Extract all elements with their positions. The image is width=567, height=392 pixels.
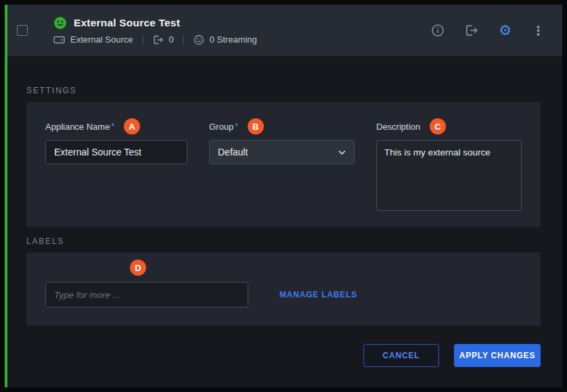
- appliance-name-label: Appliance Name*: [45, 122, 114, 132]
- appliance-settings-dialog: External Source Test External Source 0: [5, 5, 562, 387]
- select-checkbox[interactable]: [17, 25, 28, 36]
- labels-heading: LABELS: [26, 237, 541, 246]
- export-button[interactable]: [465, 24, 478, 37]
- info-button[interactable]: [431, 24, 445, 37]
- description-label: Description: [376, 122, 420, 132]
- annotation-badge-a: A: [124, 118, 140, 134]
- annotation-badge-c: C: [430, 118, 446, 134]
- apply-changes-button[interactable]: APPLY CHANGES: [454, 344, 541, 367]
- settings-heading: SETTINGS: [26, 86, 541, 95]
- manage-labels-link[interactable]: MANAGE LABELS: [279, 290, 357, 299]
- selection-indicator: [5, 5, 7, 387]
- appliance-meta: External Source 0 0 Streaming: [53, 34, 257, 45]
- divider: [143, 35, 143, 45]
- annotation-badge-d: D: [130, 260, 146, 276]
- footer-actions: CANCEL APPLY CHANGES: [26, 344, 541, 367]
- header: External Source Test External Source 0: [5, 5, 562, 56]
- divider: [183, 35, 184, 45]
- required-marker: *: [111, 122, 114, 131]
- chevron-down-icon: [338, 150, 346, 155]
- required-marker: *: [235, 122, 238, 131]
- title-block: External Source Test External Source 0: [53, 16, 257, 45]
- appliance-type-label: External Source: [70, 34, 133, 45]
- group-label: Group*: [209, 122, 238, 132]
- group-field: Group* B Default: [209, 118, 355, 211]
- appliance-name-input[interactable]: [45, 140, 187, 164]
- kebab-icon: ⋮: [532, 24, 545, 37]
- outputs-icon: [153, 34, 164, 45]
- output-count: 0: [169, 34, 174, 45]
- export-icon: [465, 24, 478, 37]
- labels-input[interactable]: [45, 282, 248, 308]
- group-select[interactable]: Default: [209, 140, 355, 164]
- source-status-icon: [53, 16, 67, 30]
- gear-icon: ⚙: [499, 24, 512, 38]
- settings-panel: Appliance Name* A Group* B Default: [26, 102, 541, 227]
- appliance-type-icon: [53, 35, 65, 45]
- header-actions: ⚙ ⋮: [431, 24, 545, 38]
- appliance-name-field: Appliance Name* A: [45, 118, 187, 211]
- group-select-value: Default: [218, 147, 248, 157]
- annotation-badge-b: B: [248, 118, 264, 134]
- dialog-body: SETTINGS Appliance Name* A Group* B Defa…: [5, 56, 562, 387]
- page-title: External Source Test: [74, 17, 180, 29]
- labels-panel: D MANAGE LABELS: [26, 253, 541, 326]
- info-icon: [431, 24, 445, 37]
- streaming-count: 0 Streaming: [210, 34, 257, 45]
- settings-button[interactable]: ⚙: [499, 24, 512, 38]
- description-field: Description C This is my external source: [376, 118, 522, 211]
- description-textarea[interactable]: This is my external source: [376, 140, 522, 211]
- cancel-button[interactable]: CANCEL: [363, 344, 439, 367]
- streaming-icon: [194, 34, 204, 45]
- more-button[interactable]: ⋮: [532, 24, 545, 37]
